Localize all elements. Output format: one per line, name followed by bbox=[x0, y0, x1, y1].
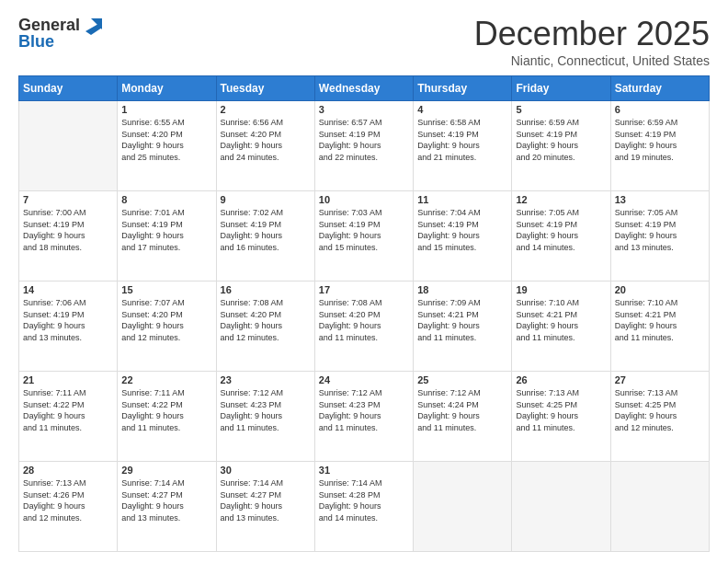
day-info: Sunrise: 6:59 AMSunset: 4:19 PMDaylight:… bbox=[615, 117, 705, 163]
day-info: Sunrise: 7:09 AMSunset: 4:21 PMDaylight:… bbox=[417, 297, 507, 343]
calendar-week-3: 14Sunrise: 7:06 AMSunset: 4:19 PMDayligh… bbox=[19, 282, 710, 372]
subtitle: Niantic, Connecticut, United States bbox=[474, 53, 710, 68]
day-info: Sunrise: 7:04 AMSunset: 4:19 PMDaylight:… bbox=[417, 207, 507, 253]
calendar-cell: 1Sunrise: 6:55 AMSunset: 4:20 PMDaylight… bbox=[118, 101, 216, 191]
day-number: 1 bbox=[121, 104, 211, 115]
calendar-cell: 9Sunrise: 7:02 AMSunset: 4:19 PMDaylight… bbox=[216, 191, 314, 282]
day-number: 14 bbox=[23, 284, 113, 295]
calendar-cell bbox=[414, 462, 512, 552]
day-info: Sunrise: 7:13 AMSunset: 4:25 PMDaylight:… bbox=[615, 387, 705, 433]
calendar-cell: 31Sunrise: 7:14 AMSunset: 4:28 PMDayligh… bbox=[314, 462, 413, 552]
day-info: Sunrise: 6:57 AMSunset: 4:19 PMDaylight:… bbox=[319, 117, 409, 163]
day-info: Sunrise: 7:08 AMSunset: 4:20 PMDaylight:… bbox=[319, 297, 409, 343]
day-info: Sunrise: 7:03 AMSunset: 4:19 PMDaylight:… bbox=[319, 207, 409, 253]
day-info: Sunrise: 7:01 AMSunset: 4:19 PMDaylight:… bbox=[121, 207, 211, 253]
day-number: 4 bbox=[417, 104, 507, 115]
calendar-cell: 15Sunrise: 7:07 AMSunset: 4:20 PMDayligh… bbox=[118, 282, 216, 372]
calendar-cell bbox=[512, 462, 610, 552]
col-saturday: Saturday bbox=[610, 76, 709, 101]
calendar-week-2: 7Sunrise: 7:00 AMSunset: 4:19 PMDaylight… bbox=[19, 191, 710, 282]
day-info: Sunrise: 7:13 AMSunset: 4:25 PMDaylight:… bbox=[516, 387, 606, 433]
day-number: 31 bbox=[319, 465, 409, 476]
day-number: 19 bbox=[516, 284, 606, 295]
col-tuesday: Tuesday bbox=[216, 76, 314, 101]
calendar-cell: 6Sunrise: 6:59 AMSunset: 4:19 PMDaylight… bbox=[610, 101, 709, 191]
calendar-cell: 8Sunrise: 7:01 AMSunset: 4:19 PMDaylight… bbox=[118, 191, 216, 282]
calendar-cell: 22Sunrise: 7:11 AMSunset: 4:22 PMDayligh… bbox=[118, 372, 216, 462]
day-info: Sunrise: 7:11 AMSunset: 4:22 PMDaylight:… bbox=[121, 387, 211, 433]
day-info: Sunrise: 7:06 AMSunset: 4:19 PMDaylight:… bbox=[23, 297, 113, 343]
calendar-cell: 2Sunrise: 6:56 AMSunset: 4:20 PMDaylight… bbox=[216, 101, 314, 191]
day-info: Sunrise: 7:12 AMSunset: 4:24 PMDaylight:… bbox=[417, 387, 507, 433]
col-wednesday: Wednesday bbox=[314, 76, 413, 101]
calendar-cell: 5Sunrise: 6:59 AMSunset: 4:19 PMDaylight… bbox=[512, 101, 610, 191]
day-number: 17 bbox=[319, 284, 409, 295]
calendar-cell: 16Sunrise: 7:08 AMSunset: 4:20 PMDayligh… bbox=[216, 282, 314, 372]
calendar-cell: 11Sunrise: 7:04 AMSunset: 4:19 PMDayligh… bbox=[414, 191, 512, 282]
day-number: 8 bbox=[121, 194, 211, 205]
day-number: 9 bbox=[221, 194, 311, 205]
calendar-cell bbox=[610, 462, 709, 552]
day-number: 26 bbox=[516, 374, 606, 385]
day-number: 20 bbox=[615, 284, 705, 295]
col-thursday: Thursday bbox=[414, 76, 512, 101]
calendar-cell: 17Sunrise: 7:08 AMSunset: 4:20 PMDayligh… bbox=[314, 282, 413, 372]
logo-icon bbox=[82, 15, 102, 35]
calendar-cell: 13Sunrise: 7:05 AMSunset: 4:19 PMDayligh… bbox=[610, 191, 709, 282]
calendar-cell: 19Sunrise: 7:10 AMSunset: 4:21 PMDayligh… bbox=[512, 282, 610, 372]
day-info: Sunrise: 6:59 AMSunset: 4:19 PMDaylight:… bbox=[516, 117, 606, 163]
day-number: 7 bbox=[23, 194, 113, 205]
day-info: Sunrise: 6:55 AMSunset: 4:20 PMDaylight:… bbox=[121, 117, 211, 163]
day-number: 24 bbox=[319, 374, 409, 385]
calendar-cell: 3Sunrise: 6:57 AMSunset: 4:19 PMDaylight… bbox=[314, 101, 413, 191]
calendar-cell: 7Sunrise: 7:00 AMSunset: 4:19 PMDaylight… bbox=[19, 191, 118, 282]
calendar-week-4: 21Sunrise: 7:11 AMSunset: 4:22 PMDayligh… bbox=[19, 372, 710, 462]
day-number: 22 bbox=[121, 374, 211, 385]
day-info: Sunrise: 7:14 AMSunset: 4:28 PMDaylight:… bbox=[319, 477, 409, 523]
calendar-cell: 26Sunrise: 7:13 AMSunset: 4:25 PMDayligh… bbox=[512, 372, 610, 462]
calendar-cell: 27Sunrise: 7:13 AMSunset: 4:25 PMDayligh… bbox=[610, 372, 709, 462]
day-number: 2 bbox=[221, 104, 311, 115]
day-number: 3 bbox=[319, 104, 409, 115]
day-number: 13 bbox=[615, 194, 705, 205]
calendar-cell bbox=[19, 101, 118, 191]
day-number: 16 bbox=[221, 284, 311, 295]
col-monday: Monday bbox=[118, 76, 216, 101]
calendar-cell: 4Sunrise: 6:58 AMSunset: 4:19 PMDaylight… bbox=[414, 101, 512, 191]
day-info: Sunrise: 7:14 AMSunset: 4:27 PMDaylight:… bbox=[121, 477, 211, 523]
day-info: Sunrise: 7:14 AMSunset: 4:27 PMDaylight:… bbox=[221, 477, 311, 523]
calendar-cell: 23Sunrise: 7:12 AMSunset: 4:23 PMDayligh… bbox=[216, 372, 314, 462]
day-number: 15 bbox=[121, 284, 211, 295]
calendar-cell: 20Sunrise: 7:10 AMSunset: 4:21 PMDayligh… bbox=[610, 282, 709, 372]
col-friday: Friday bbox=[512, 76, 610, 101]
day-info: Sunrise: 7:05 AMSunset: 4:19 PMDaylight:… bbox=[516, 207, 606, 253]
calendar-cell: 25Sunrise: 7:12 AMSunset: 4:24 PMDayligh… bbox=[414, 372, 512, 462]
day-info: Sunrise: 7:10 AMSunset: 4:21 PMDaylight:… bbox=[516, 297, 606, 343]
day-number: 27 bbox=[615, 374, 705, 385]
day-number: 5 bbox=[516, 104, 606, 115]
day-info: Sunrise: 7:00 AMSunset: 4:19 PMDaylight:… bbox=[23, 207, 113, 253]
calendar-cell: 10Sunrise: 7:03 AMSunset: 4:19 PMDayligh… bbox=[314, 191, 413, 282]
day-info: Sunrise: 7:11 AMSunset: 4:22 PMDaylight:… bbox=[23, 387, 113, 433]
calendar-header-row: Sunday Monday Tuesday Wednesday Thursday… bbox=[19, 76, 710, 101]
day-number: 28 bbox=[23, 465, 113, 476]
day-number: 6 bbox=[615, 104, 705, 115]
day-info: Sunrise: 6:56 AMSunset: 4:20 PMDaylight:… bbox=[221, 117, 311, 163]
day-number: 12 bbox=[516, 194, 606, 205]
day-number: 10 bbox=[319, 194, 409, 205]
col-sunday: Sunday bbox=[19, 76, 118, 101]
calendar-cell: 24Sunrise: 7:12 AMSunset: 4:23 PMDayligh… bbox=[314, 372, 413, 462]
day-number: 21 bbox=[23, 374, 113, 385]
logo-area: General Blue bbox=[18, 15, 102, 50]
calendar-cell: 21Sunrise: 7:11 AMSunset: 4:22 PMDayligh… bbox=[19, 372, 118, 462]
day-info: Sunrise: 7:07 AMSunset: 4:20 PMDaylight:… bbox=[121, 297, 211, 343]
calendar-week-1: 1Sunrise: 6:55 AMSunset: 4:20 PMDaylight… bbox=[19, 101, 710, 191]
day-info: Sunrise: 6:58 AMSunset: 4:19 PMDaylight:… bbox=[417, 117, 507, 163]
title-area: December 2025 Niantic, Connecticut, Unit… bbox=[474, 15, 710, 68]
day-info: Sunrise: 7:08 AMSunset: 4:20 PMDaylight:… bbox=[221, 297, 311, 343]
calendar: Sunday Monday Tuesday Wednesday Thursday… bbox=[18, 75, 710, 552]
calendar-cell: 29Sunrise: 7:14 AMSunset: 4:27 PMDayligh… bbox=[118, 462, 216, 552]
day-number: 18 bbox=[417, 284, 507, 295]
calendar-cell: 12Sunrise: 7:05 AMSunset: 4:19 PMDayligh… bbox=[512, 191, 610, 282]
calendar-cell: 18Sunrise: 7:09 AMSunset: 4:21 PMDayligh… bbox=[414, 282, 512, 372]
